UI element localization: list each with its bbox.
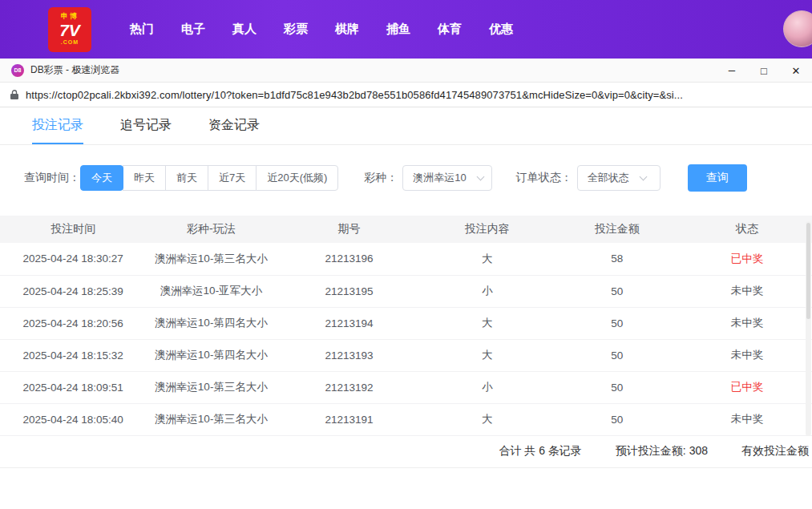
record-tabs: 投注记录 追号记录 资金记录 [0,107,812,145]
time-option-7days[interactable]: 近7天 [208,165,257,191]
cell-status: 未中奖 [682,403,812,435]
scrollbar-thumb[interactable] [806,223,810,319]
summary-bar: 合计 共 6 条记录 预计投注金额: 308 有效投注金额 [0,436,812,468]
cell-time: 2025-04-24 18:25:39 [0,275,146,307]
cell-time: 2025-04-24 18:05:40 [0,403,146,435]
cell-amount: 50 [552,339,682,371]
cell-issue: 21213195 [276,275,422,307]
vertical-scrollbar[interactable] [806,221,811,436]
cell-status: 未中奖 [682,339,812,371]
lottery-filter-label: 彩种： [364,171,398,185]
nav-item-live[interactable]: 真人 [232,22,257,37]
search-button[interactable]: 查询 [688,164,747,192]
column-header-status: 状态 [682,216,812,243]
time-option-yesterday[interactable]: 昨天 [123,165,166,191]
summary-valid-amount: 有效投注金额 [741,444,809,459]
column-header-content: 投注内容 [422,216,552,243]
cell-play: 澳洲幸运10-第三名大小 [146,403,276,435]
cell-content: 小 [422,371,552,403]
cell-play: 澳洲幸运10-第四名大小 [146,307,276,339]
lottery-select-value: 澳洲幸运10 [413,171,466,185]
cell-status: 已中奖 [682,243,812,275]
column-header-time: 投注时间 [0,216,146,243]
chevron-down-icon [639,173,647,181]
table-row: 2025-04-24 18:30:27 澳洲幸运10-第三名大小 2121319… [0,243,812,275]
lock-icon [10,89,19,100]
summary-record-count: 合计 共 6 条记录 [499,444,581,459]
order-status-select[interactable]: 全部状态 [577,165,661,191]
lottery-select[interactable]: 澳洲幸运10 [402,165,491,191]
cell-play: 澳洲幸运10-亚军大小 [146,275,276,307]
url-text[interactable]: https://ctop02pcali.2kbxi392.com/lottery… [26,89,683,101]
url-bar[interactable]: https://ctop02pcali.2kbxi392.com/lottery… [0,83,812,107]
table-row: 2025-04-24 18:15:32 澳洲幸运10-第四名大小 2121319… [0,339,812,371]
cell-amount: 50 [552,371,682,403]
cell-status: 未中奖 [682,275,812,307]
cell-issue: 21213194 [276,307,422,339]
cell-issue: 21213193 [276,339,422,371]
cell-content: 大 [422,339,552,371]
nav-item-fishing[interactable]: 捕鱼 [386,22,410,37]
logo-badge-main: 7V [59,21,80,39]
cell-issue: 21213192 [276,371,422,403]
cell-content: 大 [422,403,552,435]
table-row: 2025-04-24 18:25:39 澳洲幸运10-亚军大小 21213195… [0,275,812,307]
cell-status: 已中奖 [682,371,812,403]
nav-item-slots[interactable]: 电子 [181,22,205,37]
browser-titlebar: D8 DB彩票 - 极速浏览器 – □ ✕ [0,59,812,83]
cell-amount: 50 [552,403,682,435]
cell-content: 小 [422,275,552,307]
maximize-button[interactable]: □ [748,59,780,83]
nav-item-chess[interactable]: 棋牌 [335,22,359,37]
browser-favicon: D8 [11,64,24,77]
cell-content: 大 [422,307,552,339]
table-row: 2025-04-24 18:05:40 澳洲幸运10-第三名大小 2121319… [0,403,812,435]
table-row: 2025-04-24 18:09:51 澳洲幸运10-第三名大小 2121319… [0,371,812,403]
time-filter-group: 今天 昨天 前天 近7天 近20天(低频) [80,165,338,191]
time-option-20days[interactable]: 近20天(低频) [256,165,338,191]
time-option-today[interactable]: 今天 [80,165,123,191]
window-controls: – □ ✕ [716,59,812,83]
logo-badge-top: 申博 [61,13,79,21]
cell-issue: 21213196 [276,243,422,275]
close-button[interactable]: ✕ [780,59,812,83]
minimize-button[interactable]: – [716,59,748,83]
time-filter-label: 查询时间： [24,171,80,185]
tab-fund-records[interactable]: 资金记录 [208,107,260,144]
tab-bet-records[interactable]: 投注记录 [32,107,83,144]
cell-issue: 21213191 [276,403,422,435]
nav-item-hot[interactable]: 热门 [130,22,154,37]
cell-amount: 50 [552,307,682,339]
summary-expected-amount: 预计投注金额: 308 [616,444,708,459]
column-header-play: 彩种-玩法 [146,216,276,243]
cell-play: 澳洲幸运10-第三名大小 [146,243,276,275]
cell-amount: 58 [552,243,682,275]
site-logo[interactable]: 申博 7V .COM [48,7,91,52]
nav-item-sports[interactable]: 体育 [438,22,462,37]
nav-item-promo[interactable]: 优惠 [489,22,513,37]
cell-time: 2025-04-24 18:30:27 [0,243,146,275]
cell-time: 2025-04-24 18:20:56 [0,307,146,339]
window-title: DB彩票 - 极速浏览器 [30,63,119,77]
main-nav: 热门 电子 真人 彩票 棋牌 捕鱼 体育 优惠 [130,22,513,37]
cell-content: 大 [422,243,552,275]
column-header-amount: 投注金额 [552,216,682,243]
cell-amount: 50 [552,275,682,307]
user-avatar[interactable] [783,10,812,47]
table-header-row: 投注时间 彩种-玩法 期号 投注内容 投注金额 状态 [0,216,812,243]
status-filter-label: 订单状态： [516,171,572,185]
tab-chase-records[interactable]: 追号记录 [120,107,172,144]
chevron-down-icon [476,173,484,181]
time-option-day-before[interactable]: 前天 [165,165,208,191]
cell-status: 未中奖 [682,307,812,339]
bet-records-table: 投注时间 彩种-玩法 期号 投注内容 投注金额 状态 2025-04-24 18… [0,216,812,436]
nav-item-lottery[interactable]: 彩票 [284,22,308,37]
table-row: 2025-04-24 18:20:56 澳洲幸运10-第四名大小 2121319… [0,307,812,339]
cell-play: 澳洲幸运10-第四名大小 [146,339,276,371]
cell-play: 澳洲幸运10-第三名大小 [146,371,276,403]
cell-time: 2025-04-24 18:09:51 [0,371,146,403]
cell-time: 2025-04-24 18:15:32 [0,339,146,371]
filter-bar: 查询时间： 今天 昨天 前天 近7天 近20天(低频) 彩种： 澳洲幸运10 订… [24,164,812,192]
logo-badge-sub: .COM [61,39,79,46]
order-status-value: 全部状态 [588,171,629,185]
